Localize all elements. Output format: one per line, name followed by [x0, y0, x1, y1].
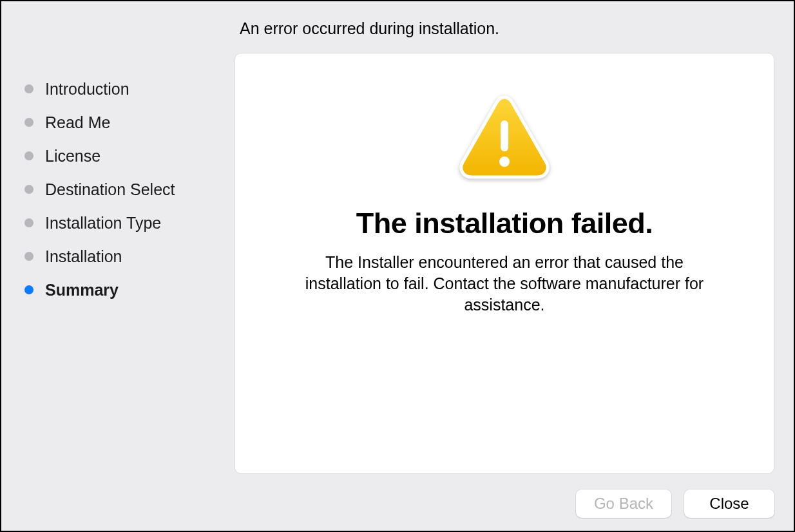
warning-icon: [456, 93, 553, 184]
error-headline: The installation failed.: [356, 207, 653, 240]
content-panel: The installation failed. The Installer e…: [235, 53, 774, 474]
svg-point-1: [499, 157, 510, 167]
step-installation: Installation: [24, 240, 224, 273]
bullet-icon: [24, 151, 34, 160]
close-button[interactable]: Close: [684, 489, 774, 518]
bullet-icon: [24, 252, 34, 261]
go-back-button: Go Back: [576, 489, 671, 518]
installer-window: An error occurred during installation. I…: [0, 0, 795, 532]
button-row: Go Back Close: [576, 489, 774, 518]
step-label: Read Me: [45, 113, 110, 132]
step-sidebar: Introduction Read Me License Destination…: [24, 72, 224, 307]
bullet-icon: [24, 118, 34, 127]
step-label: Installation Type: [45, 214, 161, 233]
step-installation-type: Installation Type: [24, 206, 224, 240]
step-license: License: [24, 139, 224, 173]
step-introduction: Introduction: [24, 72, 224, 106]
step-label: Introduction: [45, 80, 129, 99]
step-summary: Summary: [24, 273, 224, 307]
bullet-icon: [24, 218, 34, 227]
bullet-icon: [24, 185, 34, 194]
step-read-me: Read Me: [24, 106, 224, 139]
step-label: License: [45, 147, 101, 166]
step-label: Destination Select: [45, 180, 175, 199]
svg-rect-0: [501, 120, 508, 151]
page-title: An error occurred during installation.: [240, 19, 499, 38]
step-destination-select: Destination Select: [24, 173, 224, 206]
step-label: Installation: [45, 247, 122, 266]
error-detail: The Installer encountered an error that …: [285, 252, 723, 316]
bullet-icon: [24, 285, 34, 294]
bullet-icon: [24, 84, 34, 93]
step-label: Summary: [45, 281, 119, 299]
